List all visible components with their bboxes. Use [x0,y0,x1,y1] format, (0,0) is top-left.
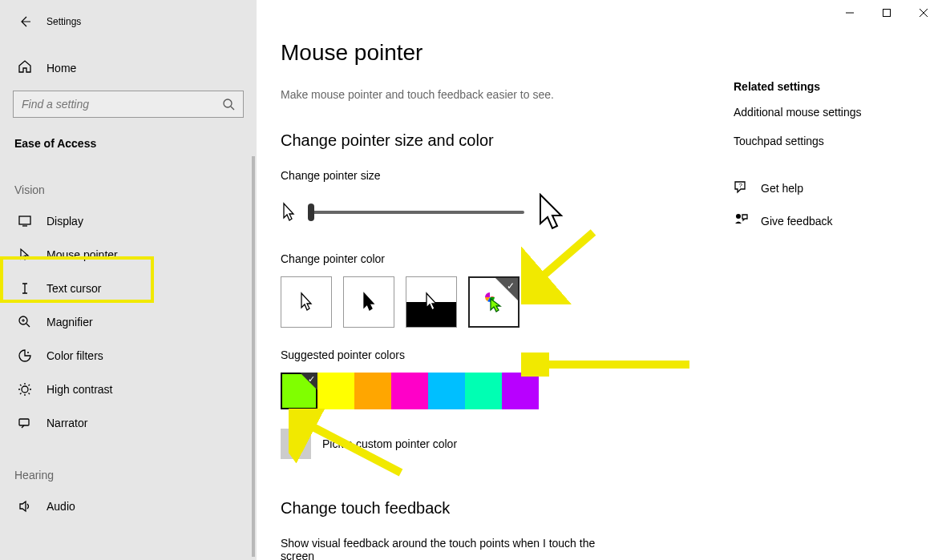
suggested-colors: ✓ [281,373,710,409]
sidebar: Settings Home Ease of Access Vision Disp… [0,0,257,560]
sidebar-label: Display [46,215,83,228]
link-touchpad-settings[interactable]: Touchpad settings [734,135,928,147]
svg-text:?: ? [739,182,743,189]
text-cursor-icon [18,281,32,296]
sidebar-label: Magnifier [46,316,93,328]
svg-line-21 [20,393,22,395]
sidebar-item-text-cursor[interactable]: Text cursor [0,272,257,305]
audio-icon [18,499,32,514]
home-label: Home [46,62,76,75]
close-button[interactable] [905,0,942,26]
feedback-label: Give feedback [761,215,833,228]
sidebar-label: Narrator [46,417,87,429]
svg-point-30 [736,214,741,219]
maximize-button[interactable] [868,0,905,26]
side-panel: Related settings Additional mouse settin… [734,0,942,560]
svg-line-19 [20,385,22,386]
sidebar-item-color-filters[interactable]: Color filters [0,339,257,373]
section-touch-feedback: Change touch feedback [281,499,710,518]
narrator-icon [18,416,32,430]
touch-feedback-desc: Show visual feedback around the touch po… [281,537,617,560]
sidebar-label: Mouse pointer [46,248,118,261]
window-controls [831,0,942,26]
title-bar: Settings [0,5,257,35]
search-input[interactable] [22,98,235,111]
scheme-custom[interactable]: ✓ [468,276,520,328]
window-title: Settings [46,16,81,27]
svg-rect-1 [883,10,891,17]
svg-line-22 [29,385,30,386]
sidebar-item-magnifier[interactable]: Magnifier [0,305,257,339]
color-swatch[interactable] [428,373,465,409]
check-icon: ✓ [308,374,315,385]
sidebar-label: Color filters [46,349,103,362]
pick-custom-color-button[interactable] [281,429,311,459]
settings-window: Settings Home Ease of Access Vision Disp… [0,0,942,560]
group-hearing: Hearing [0,440,257,489]
custom-color-row: Pick a custom pointer color [281,429,710,459]
scheme-white[interactable] [281,276,332,328]
page-title: Mouse pointer [281,40,710,66]
scheme-black[interactable] [343,276,394,328]
give-feedback[interactable]: Give feedback [734,212,928,229]
svg-line-5 [231,107,234,110]
color-swatch[interactable] [317,373,354,409]
sidebar-item-display[interactable]: Display [0,204,257,238]
mouse-pointer-icon [18,248,32,262]
sidebar-item-mouse-pointer[interactable]: Mouse pointer [0,238,257,272]
color-filters-icon [18,348,32,363]
sidebar-label: Text cursor [46,282,101,295]
sidebar-label: High contrast [46,383,112,396]
section-size-color: Change pointer size and color [281,131,710,150]
pointer-size-slider[interactable] [308,211,524,214]
sidebar-label: Audio [46,500,75,513]
check-icon: ✓ [507,280,515,292]
svg-line-20 [29,393,30,395]
label-suggested-colors: Suggested pointer colors [281,348,710,361]
svg-point-13 [27,352,29,353]
color-swatch[interactable] [502,373,539,409]
back-button[interactable] [18,14,32,29]
home-icon [18,59,32,76]
get-help[interactable]: ? Get help [734,179,928,196]
sidebar-item-narrator[interactable]: Narrator [0,406,257,440]
display-icon [18,214,32,228]
nav-list: Display Mouse pointer Text cursor Ma [0,204,257,440]
category-label: Ease of Access [0,129,257,155]
color-swatch[interactable]: ✓ [281,373,317,409]
pointer-size-large-icon [536,193,568,232]
search-box[interactable] [13,91,244,118]
label-pointer-color: Change pointer color [281,252,710,265]
sidebar-item-high-contrast[interactable]: High contrast [0,373,257,406]
magnifier-icon [18,315,32,329]
related-heading: Related settings [734,80,928,93]
search-icon [222,98,235,111]
nav-list-2: Audio [0,489,257,523]
minimize-button[interactable] [831,0,868,26]
page-subtitle: Make mouse pointer and touch feedback ea… [281,88,710,101]
color-swatch[interactable] [465,373,502,409]
scheme-inverted[interactable] [406,276,457,328]
high-contrast-icon [18,382,32,397]
svg-rect-6 [19,216,30,224]
main: Mouse pointer Make mouse pointer and tou… [257,0,942,560]
feedback-icon [734,212,748,229]
label-pointer-size: Change pointer size [281,169,710,182]
svg-rect-23 [19,419,29,425]
pointer-size-control [281,193,710,232]
slider-thumb[interactable] [308,203,314,221]
help-icon: ? [734,179,748,196]
link-additional-mouse-settings[interactable]: Additional mouse settings [734,106,928,119]
content: Mouse pointer Make mouse pointer and tou… [257,0,734,560]
pointer-size-small-icon [281,202,297,223]
group-vision: Vision [0,155,257,204]
svg-point-14 [22,386,28,393]
color-swatch[interactable] [354,373,391,409]
help-label: Get help [761,182,803,195]
pointer-color-schemes: ✓ [281,276,710,328]
sidebar-home[interactable]: Home [0,35,257,86]
svg-line-10 [26,324,30,327]
sidebar-item-audio[interactable]: Audio [0,489,257,523]
svg-point-4 [224,99,232,107]
color-swatch[interactable] [391,373,428,409]
